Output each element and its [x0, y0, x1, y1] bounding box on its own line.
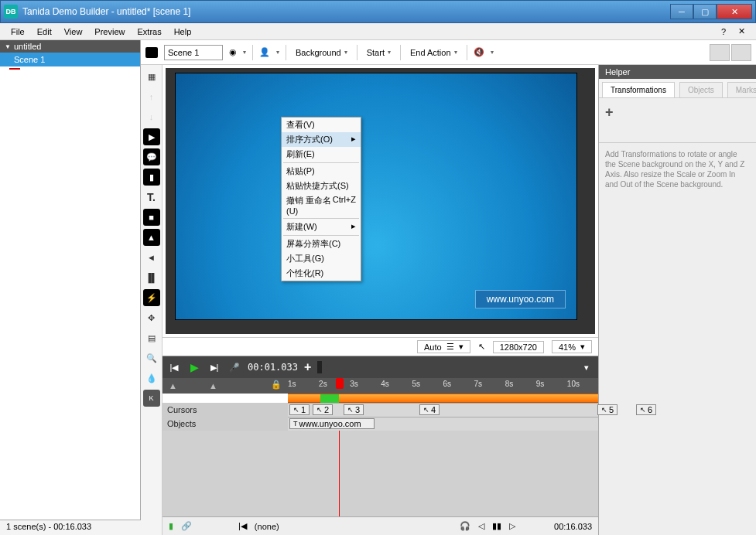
pointer-tool-icon[interactable]: ◄	[143, 249, 160, 266]
timeline-footer: ▮ 🔗 |◀ (none) 🎧 ◁ ▮▮ ▷ 00:16.033	[162, 516, 598, 535]
layout-button-2[interactable]	[731, 44, 751, 61]
minimize-button[interactable]: ─	[670, 4, 693, 19]
zoom-icon[interactable]: 🔍	[143, 349, 160, 366]
timeline-scene-strip[interactable]	[288, 394, 598, 403]
film-icon[interactable]: ▤	[143, 329, 160, 346]
timeline-ruler[interactable]: ▲ ▲ 🔒 1s2s 3s4s 5s6s 7s8s 9s10s	[162, 378, 598, 394]
flash-icon[interactable]: ⚡	[143, 289, 160, 306]
timeline-body[interactable]	[162, 431, 598, 516]
menu-edit[interactable]: Edit	[31, 26, 58, 38]
menu-file[interactable]: File	[5, 26, 31, 38]
tab-transformations[interactable]: Transformations	[602, 82, 675, 97]
layout-button-1[interactable]	[710, 44, 730, 61]
breakpoint-icon[interactable]: ▮▮	[492, 521, 501, 531]
key-icon[interactable]: K	[143, 390, 160, 407]
ctx-item[interactable]: 屏幕分辨率(C)	[282, 237, 361, 251]
visibility-icon[interactable]: ◉	[229, 47, 237, 57]
menu-view[interactable]: View	[58, 26, 89, 38]
ctx-item[interactable]: 粘贴(P)	[282, 164, 361, 179]
object-clip[interactable]: T www.unyoo.com	[289, 418, 375, 429]
speech-icon[interactable]: 💬	[143, 148, 160, 165]
audio-track-icon[interactable]: |◀	[238, 521, 247, 531]
play-tool-icon[interactable]: ▶	[143, 128, 160, 145]
ctx-item[interactable]: 粘贴快捷方式(S)	[282, 179, 361, 193]
resolution-readout: 1280x720	[493, 341, 544, 353]
cursor-clip[interactable]: ↖6	[636, 404, 656, 415]
add-track-button[interactable]: +	[304, 360, 311, 374]
status-bar: 1 scene(s) - 00:16.033	[0, 520, 141, 535]
zoom-out-ruler-icon[interactable]: ▲	[169, 381, 177, 390]
ctx-item[interactable]: 刷新(E)	[282, 147, 361, 162]
ctx-item[interactable]: 排序方式(O)▸	[282, 132, 361, 147]
close-panel-icon[interactable]: ✕	[732, 25, 751, 38]
audio-label: (none)	[255, 522, 279, 531]
background-dropdown[interactable]: Background▾	[292, 48, 351, 57]
start-dropdown[interactable]: Start▾	[364, 48, 394, 57]
tab-marks[interactable]: Marks	[727, 82, 756, 97]
app-icon: DB	[4, 5, 18, 19]
window-title: Tanida Demo Builder - untitled* [scene 1…	[22, 6, 670, 17]
timeline-menu-button[interactable]: ▾	[580, 360, 594, 374]
watermark-box[interactable]: www.unyoo.com	[475, 290, 566, 308]
up-icon: ↑	[143, 88, 160, 105]
zoom-dropdown[interactable]: 41%▾	[552, 340, 592, 353]
link-icon[interactable]: 🔗	[181, 521, 192, 531]
project-node[interactable]: untitled	[0, 40, 140, 53]
cursor-clip[interactable]: ↖3	[344, 404, 364, 415]
goto-end-button[interactable]: ▶|	[207, 360, 221, 374]
ctx-item[interactable]: 小工具(G)	[282, 251, 361, 266]
close-button[interactable]: ✕	[717, 4, 752, 19]
prev-bp-icon[interactable]: ◁	[478, 521, 484, 531]
menu-help[interactable]: Help	[168, 26, 198, 38]
end-action-dropdown[interactable]: End Action▾	[407, 48, 460, 57]
track-lane[interactable]: ↖1 ↖2 ↖3 ↖4 ↖5 ↖6 ↖7	[288, 403, 598, 417]
ctx-item[interactable]: 撤销 重命名(U)Ctrl+Z	[282, 193, 361, 217]
record-audio-button[interactable]: 🎤	[227, 360, 241, 374]
goto-start-button[interactable]: |◀	[167, 360, 181, 374]
menu-extras[interactable]: Extras	[131, 26, 167, 38]
cursor-clip[interactable]: ↖4	[419, 404, 440, 415]
drop-icon[interactable]: 💧	[143, 370, 160, 387]
zoom-in-ruler-icon[interactable]: ▲	[209, 381, 217, 390]
cursor-clip[interactable]: ↖2	[313, 404, 333, 415]
shape-tool-icon[interactable]: ■	[143, 209, 160, 226]
help-icon[interactable]: ?	[715, 26, 732, 38]
lock-icon[interactable]: 🔒	[271, 380, 282, 390]
maximize-button[interactable]: ▢	[693, 4, 717, 19]
menu-preview[interactable]: Preview	[88, 26, 131, 38]
ctx-item[interactable]: 个性化(R)	[282, 266, 361, 281]
add-transformation-button[interactable]: +	[599, 98, 756, 127]
helper-hint: Add Transformations to rotate or angle t…	[599, 142, 756, 196]
note-icon[interactable]: ▮	[143, 169, 160, 186]
scene-toolbar: ◉▾ 👤▾ Background▾ Start▾ End Action▾ 🔇▾	[141, 40, 756, 65]
track-label: Cursors	[162, 403, 288, 417]
target-icon[interactable]: ✥	[143, 309, 160, 326]
author-icon[interactable]: 👤	[259, 47, 270, 57]
scene-name-input[interactable]	[164, 45, 223, 60]
headphones-icon[interactable]: 🎧	[460, 521, 470, 531]
stage[interactable]: www.unyoo.com 查看(V) 排序方式(O)▸ 刷新(E) 粘贴(P)…	[166, 68, 595, 334]
cursor-clip[interactable]: ↖1	[289, 404, 310, 415]
image-tool-icon[interactable]: ▲	[143, 229, 160, 246]
snap-icon[interactable]: ▮	[169, 521, 173, 531]
ctx-item[interactable]: 查看(V)	[282, 118, 361, 132]
track-cursors: Cursors ↖1 ↖2 ↖3 ↖4 ↖5 ↖6 ↖7	[162, 403, 598, 417]
auto-fit-dropdown[interactable]: Auto☰▾	[417, 340, 470, 353]
scene-thumb-icon[interactable]	[145, 47, 158, 58]
text-tool-icon[interactable]: T.	[143, 189, 160, 206]
tool-palette: ▦ ↑ ↓ ▶ 💬 ▮ T. ■ ▲ ◄ ▐▌ ⚡ ✥ ▤ 🔍 💧 K	[141, 65, 162, 535]
scene-node[interactable]: Scene 1	[0, 53, 140, 66]
mute-icon[interactable]: 🔇	[474, 47, 484, 57]
next-bp-icon[interactable]: ▷	[509, 521, 515, 531]
ctx-item[interactable]: 新建(W)▸	[282, 220, 361, 234]
clip-tool-icon[interactable]: ▐▌	[143, 269, 160, 286]
canvas[interactable]: www.unyoo.com 查看(V) 排序方式(O)▸ 刷新(E) 粘贴(P)…	[175, 73, 577, 320]
timeline-marker-icon[interactable]	[317, 361, 322, 373]
grid-icon[interactable]: ▦	[143, 68, 160, 85]
cursor-clip[interactable]: ↖5	[597, 404, 617, 415]
play-button[interactable]: ▶	[187, 360, 201, 374]
context-menu[interactable]: 查看(V) 排序方式(O)▸ 刷新(E) 粘贴(P) 粘贴快捷方式(S) 撤销 …	[281, 117, 361, 281]
tab-objects[interactable]: Objects	[679, 82, 723, 97]
current-time: 00:01.033	[248, 362, 298, 373]
track-lane[interactable]: T www.unyoo.com	[288, 417, 598, 431]
